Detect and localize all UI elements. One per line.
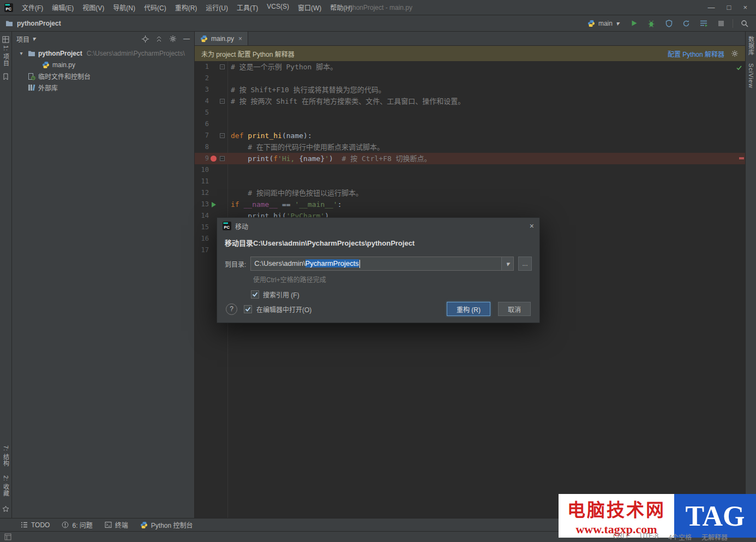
search-references-checkbox[interactable] — [251, 290, 259, 299]
tool-window-button[interactable]: 终端 — [100, 519, 133, 531]
menubar-item[interactable]: 编辑(E) — [47, 2, 78, 13]
tool-stripe-favorites[interactable]: 2: 收藏 — [2, 475, 10, 497]
tool-stripe-database[interactable]: 数据库 — [747, 36, 755, 56]
refactor-button[interactable]: 重构 (R) — [447, 302, 490, 316]
status-widget[interactable]: 无解释器 — [701, 532, 728, 541]
fold-icon[interactable]: − — [220, 64, 225, 69]
run-with-coverage-button[interactable] — [663, 17, 675, 29]
editor-gutter[interactable]: 12 — [195, 187, 227, 199]
maximize-button[interactable]: □ — [727, 3, 731, 11]
code-line: 12 # 按间距中的绿色按钮以运行脚本。 — [195, 187, 745, 199]
open-in-editor-checkbox[interactable] — [244, 305, 252, 313]
code-text[interactable]: # 按 Shift+F10 执行或将其替换为您的代码。 — [227, 84, 386, 96]
error-stripe-mark[interactable] — [739, 157, 744, 159]
tool-window-toggle-icon[interactable] — [4, 533, 11, 540]
line-number: 16 — [195, 233, 209, 245]
dialog-close-button[interactable]: × — [530, 222, 534, 230]
tool-window-button[interactable]: TODO — [16, 520, 54, 530]
editor-gutter[interactable]: 1− — [195, 61, 227, 73]
editor-tab-main-py[interactable]: main.py × — [195, 32, 248, 45]
services-button[interactable] — [698, 17, 710, 29]
combo-dropdown-button[interactable]: ▾ — [501, 257, 513, 270]
help-button[interactable]: ? — [226, 303, 237, 315]
code-text[interactable]: if __name__ == '__main__': — [227, 199, 342, 210]
status-widget[interactable]: UTF-8 — [640, 532, 658, 541]
menubar-item[interactable]: 窗口(W) — [293, 2, 326, 13]
tool-stripe-sciview[interactable]: SciView — [748, 63, 754, 88]
close-button[interactable]: × — [743, 3, 747, 11]
editor-gutter[interactable]: 9− — [195, 153, 227, 164]
tree-item[interactable]: ▾pythonProjectC:\Users\admin\PycharmProj… — [12, 47, 194, 59]
code-text[interactable] — [227, 176, 231, 187]
bookmarks-tool-icon[interactable] — [2, 73, 9, 80]
breakpoint-icon[interactable] — [211, 156, 217, 162]
run-button[interactable] — [628, 17, 640, 29]
collapse-all-button[interactable] — [155, 35, 163, 43]
close-tab-icon[interactable]: × — [238, 35, 242, 43]
tree-item[interactable]: 外部库 — [12, 82, 194, 93]
tool-window-button[interactable]: 6: 问题 — [57, 519, 97, 531]
editor-gutter[interactable]: 13 — [195, 199, 227, 210]
browse-button[interactable]: ... — [518, 257, 532, 271]
editor-gutter[interactable]: 6 — [195, 118, 227, 130]
code-text[interactable] — [227, 118, 231, 130]
breadcrumb[interactable]: pythonProject — [5, 20, 61, 27]
fold-icon[interactable]: − — [220, 99, 225, 104]
project-panel-title[interactable]: 项目 ▾ — [16, 34, 35, 44]
editor-gutter[interactable]: 2 — [195, 73, 227, 84]
status-widget[interactable]: CRLF — [613, 532, 630, 541]
code-text[interactable] — [227, 164, 231, 176]
code-text[interactable] — [227, 107, 231, 118]
cancel-button[interactable]: 取消 — [498, 302, 531, 316]
code-text[interactable]: # 按间距中的绿色按钮以运行脚本。 — [227, 187, 363, 199]
run-config-name: main — [598, 20, 613, 27]
menubar-item[interactable]: 文件(F) — [17, 2, 47, 13]
fold-icon[interactable]: − — [220, 133, 225, 138]
line-number: 11 — [195, 176, 209, 187]
code-text[interactable]: print(f'Hi, {name}') # 按 Ctrl+F8 切换断点。 — [227, 153, 431, 164]
code-text[interactable]: # 在下面的代码行中使用断点来调试脚本。 — [227, 141, 384, 153]
tool-window-button[interactable]: Python 控制台 — [136, 519, 197, 531]
stop-button[interactable] — [715, 17, 727, 29]
menubar-item[interactable]: 运行(U) — [201, 2, 232, 13]
fold-icon[interactable]: − — [220, 156, 225, 161]
locate-file-button[interactable] — [142, 35, 149, 43]
minimize-button[interactable]: — — [708, 3, 715, 11]
tool-stripe-structure[interactable]: 7: 结构 — [2, 445, 10, 467]
editor-gutter[interactable]: 4− — [195, 96, 227, 107]
search-everywhere-button[interactable] — [739, 17, 751, 29]
menubar-item[interactable]: 重构(R) — [171, 2, 202, 13]
status-widget[interactable]: 4个空格 — [668, 532, 692, 541]
run-config-selector[interactable]: main ▾ — [584, 19, 622, 28]
dialog-titlebar[interactable]: PC 移动 × — [217, 218, 539, 234]
menubar-item[interactable]: 工具(T) — [232, 2, 262, 13]
inspections-ok-icon[interactable] — [736, 64, 742, 71]
configure-interpreter-link[interactable]: 配置 Python 解释器 — [668, 49, 724, 58]
code-text[interactable]: def print_hi(name): — [227, 130, 312, 141]
hide-panel-button[interactable]: — — [183, 35, 190, 43]
chevron-down-icon[interactable]: ▾ — [17, 50, 25, 56]
star-icon[interactable] — [2, 505, 9, 513]
menubar-item[interactable]: 导航(N) — [109, 2, 140, 13]
menubar-item[interactable]: VCS(S) — [262, 2, 293, 13]
destination-path-input[interactable]: C:\Users\admin\PycharmProjects ▾ — [250, 257, 514, 271]
debug-button[interactable] — [645, 17, 657, 29]
editor-gutter[interactable]: 5 — [195, 107, 227, 118]
tree-item[interactable]: main.py — [12, 59, 194, 70]
run-line-icon[interactable] — [212, 202, 216, 207]
tool-stripe-project[interactable]: 1: 项目 — [2, 36, 10, 67]
menubar-item[interactable]: 代码(C) — [140, 2, 171, 13]
menubar-item[interactable]: 视图(V) — [78, 2, 109, 13]
editor-gutter[interactable]: 8 — [195, 141, 227, 153]
editor-gutter[interactable]: 11 — [195, 176, 227, 187]
panel-settings-button[interactable] — [169, 35, 177, 43]
editor-gutter[interactable]: 3 — [195, 84, 227, 96]
tree-item[interactable]: 临时文件和控制台 — [12, 70, 194, 82]
code-text[interactable]: # 这是一个示例 Python 脚本。 — [227, 61, 337, 73]
editor-gutter[interactable]: 10 — [195, 164, 227, 176]
banner-settings-icon[interactable] — [731, 50, 739, 57]
code-text[interactable]: # 按 按两次 Shift 在所有地方搜索类、文件、工具窗口、操作和设置。 — [227, 96, 465, 107]
editor-gutter[interactable]: 7− — [195, 130, 227, 141]
code-text[interactable] — [227, 73, 231, 84]
rerun-button[interactable] — [680, 17, 692, 29]
